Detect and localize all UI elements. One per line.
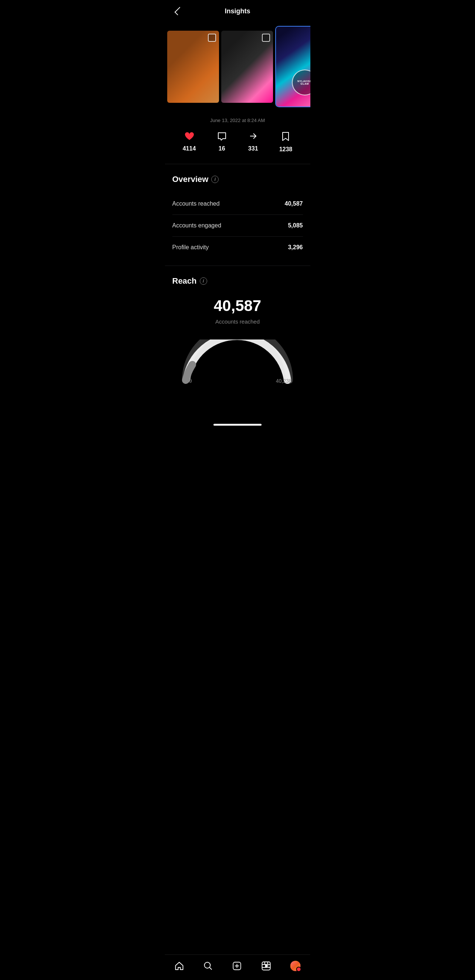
chart-right-value: 40,238: [276, 378, 292, 384]
stat-shares[interactable]: 331: [248, 131, 258, 153]
bookmark-icon: [281, 131, 290, 144]
reach-section: Reach i 40,587 Accounts reached 349 40,2…: [165, 266, 310, 391]
reach-subtitle: Accounts reached: [172, 318, 303, 325]
profile-activity-label: Profile activity: [172, 244, 209, 251]
accounts-engaged-label: Accounts engaged: [172, 222, 222, 229]
page-title: Insights: [225, 7, 250, 15]
select-checkbox-1[interactable]: [208, 33, 216, 42]
chart-left-value: 349: [183, 378, 192, 384]
post-image-3: NYLAVISH Glam: [276, 27, 310, 107]
overview-title: Overview: [172, 175, 209, 184]
comment-icon: [217, 131, 227, 143]
brand-line2: Glam: [300, 83, 309, 85]
brand-circle: NYLAVISH Glam: [292, 70, 310, 95]
reach-title-row: Reach i: [172, 276, 303, 286]
back-chevron-icon: [174, 7, 183, 16]
share-icon: [248, 131, 258, 143]
semicircle-chart: [178, 339, 297, 384]
accounts-engaged-value: 5,085: [288, 222, 303, 229]
shares-count: 331: [248, 145, 258, 152]
overview-row-profile-activity[interactable]: Profile activity 3,296: [172, 237, 303, 258]
carousel-item-3[interactable]: NYLAVISH Glam: [275, 26, 310, 107]
profile-activity-value: 3,296: [288, 244, 303, 251]
accounts-reached-value: 40,587: [285, 200, 303, 207]
carousel-item-2[interactable]: [221, 31, 273, 103]
stat-likes[interactable]: 4114: [183, 131, 196, 153]
select-checkbox-2[interactable]: [262, 33, 270, 42]
comments-count: 16: [218, 145, 225, 152]
saves-count: 1238: [279, 146, 293, 153]
post-carousel[interactable]: NYLAVISH Glam: [165, 22, 310, 111]
reach-info-icon[interactable]: i: [200, 277, 207, 285]
overview-row-accounts-reached[interactable]: Accounts reached 40,587: [172, 193, 303, 215]
carousel-item-1[interactable]: [167, 31, 219, 103]
header: Insights: [165, 0, 310, 22]
home-indicator: [214, 424, 261, 426]
reach-big-number: 40,587: [172, 297, 303, 315]
heart-icon: [184, 131, 194, 143]
back-button[interactable]: [171, 5, 184, 18]
accounts-reached-label: Accounts reached: [172, 200, 220, 207]
stat-saves[interactable]: 1238: [279, 131, 293, 153]
stats-row: 4114 16 331: [165, 127, 310, 164]
post-date: June 13, 2022 at 8:24 AM: [165, 111, 310, 127]
overview-title-row: Overview i: [172, 175, 303, 184]
stat-comments[interactable]: 16: [217, 131, 227, 153]
reach-title: Reach: [172, 276, 197, 286]
overview-row-accounts-engaged[interactable]: Accounts engaged 5,085: [172, 215, 303, 237]
overview-info-icon[interactable]: i: [211, 176, 218, 183]
brand-line1: NYLAVISH: [297, 80, 310, 83]
likes-count: 4114: [183, 145, 196, 152]
reach-chart: 349 40,238: [172, 339, 303, 384]
chart-numbers: 349 40,238: [172, 378, 303, 384]
brand-overlay: NYLAVISH Glam: [292, 70, 310, 95]
overview-section: Overview i Accounts reached 40,587 Accou…: [165, 164, 310, 266]
